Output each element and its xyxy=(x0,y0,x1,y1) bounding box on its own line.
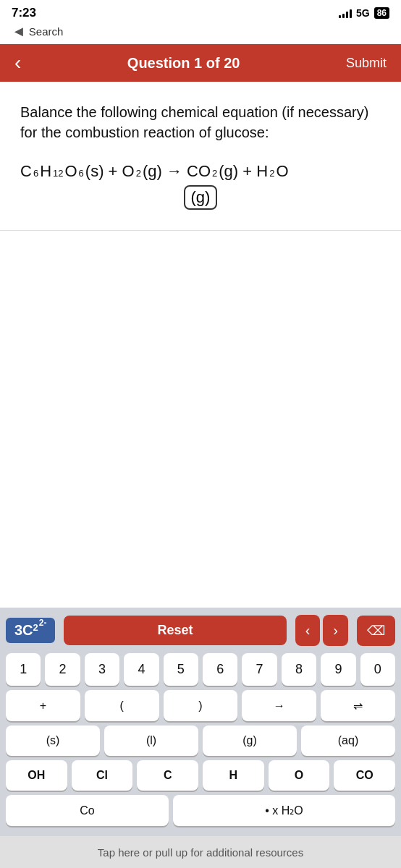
bottom-hint-bar[interactable]: Tap here or pull up for additional resou… xyxy=(0,836,401,868)
equation-container: C6H12O6(s) + O2(g) → CO2(g) + H2O (g) xyxy=(20,158,381,210)
key-cl[interactable]: Cl xyxy=(72,760,133,791)
key-7[interactable]: 7 xyxy=(242,653,277,686)
search-row: ◄ Search xyxy=(0,23,401,44)
key-3[interactable]: 3 xyxy=(85,653,119,686)
search-label: Search xyxy=(29,25,64,38)
small-back-arrow: ◄ xyxy=(12,23,26,40)
key-5[interactable]: 5 xyxy=(164,653,198,686)
nav-buttons: ‹ › xyxy=(295,615,348,646)
keyboard-area: 3C22- Reset ‹ › ⌫ 1 2 3 4 5 6 7 8 9 0 + … xyxy=(0,608,401,836)
number-row: 1 2 3 4 5 6 7 8 9 0 xyxy=(6,653,395,686)
battery-badge: 86 xyxy=(374,7,389,19)
state-row: (s) (l) (g) (aq) xyxy=(6,726,395,756)
key-co[interactable]: CO xyxy=(334,760,395,791)
bottom-hint-text: Tap here or pull up for additional resou… xyxy=(98,846,303,859)
question-area: Balance the following chemical equation … xyxy=(0,82,401,230)
bordered-g: (g) xyxy=(184,185,218,210)
element-row: OH Cl C H O CO xyxy=(6,760,395,791)
key-1[interactable]: 1 xyxy=(6,653,41,686)
status-time: 7:23 xyxy=(12,6,36,20)
key-open-paren[interactable]: ( xyxy=(85,690,159,721)
operator-row: + ( ) → ⇌ xyxy=(6,690,395,721)
key-close-paren[interactable]: ) xyxy=(164,690,238,721)
key-2[interactable]: 2 xyxy=(45,653,80,686)
status-right: 5G 86 xyxy=(339,7,389,19)
delete-button[interactable]: ⌫ xyxy=(357,616,395,646)
submit-button[interactable]: Submit xyxy=(346,56,387,71)
spacer xyxy=(0,231,401,607)
network-label: 5G xyxy=(356,7,370,19)
key-aqueous[interactable]: (aq) xyxy=(301,726,395,756)
equation-line-2: (g) xyxy=(20,185,381,210)
key-9[interactable]: 9 xyxy=(321,653,355,686)
key-oh[interactable]: OH xyxy=(6,760,67,791)
input-token: 3C22- xyxy=(6,618,55,643)
question-text: Balance the following chemical equation … xyxy=(20,102,381,142)
input-display-row: 3C22- Reset ‹ › ⌫ xyxy=(6,615,395,646)
nav-right-button[interactable]: › xyxy=(323,615,348,646)
key-0[interactable]: 0 xyxy=(360,653,395,686)
key-solid[interactable]: (s) xyxy=(6,726,100,756)
key-h[interactable]: H xyxy=(203,760,264,791)
key-6[interactable]: 6 xyxy=(203,653,237,686)
equation-line-1: C6H12O6(s) + O2(g) → CO2(g) + H2O xyxy=(20,158,381,184)
key-o[interactable]: O xyxy=(269,760,330,791)
nav-left-button[interactable]: ‹ xyxy=(295,615,321,646)
key-gas[interactable]: (g) xyxy=(203,726,297,756)
header: ‹ Question 1 of 20 Submit xyxy=(0,44,401,82)
key-cobalt[interactable]: Co xyxy=(6,795,169,826)
header-title: Question 1 of 20 xyxy=(127,55,240,72)
header-back-button[interactable]: ‹ xyxy=(14,53,21,73)
key-4[interactable]: 4 xyxy=(124,653,159,686)
signal-icon xyxy=(339,8,352,18)
status-bar: 7:23 5G 86 xyxy=(0,0,401,23)
key-plus[interactable]: + xyxy=(6,690,80,721)
key-liquid[interactable]: (l) xyxy=(104,726,198,756)
key-water[interactable]: • x H₂O xyxy=(173,795,395,826)
special-row: Co • x H₂O xyxy=(6,795,395,826)
key-c[interactable]: C xyxy=(137,760,198,791)
reset-button[interactable]: Reset xyxy=(64,616,286,645)
key-arrow[interactable]: → xyxy=(242,690,316,721)
key-8[interactable]: 8 xyxy=(282,653,316,686)
key-equals[interactable]: ⇌ xyxy=(321,690,395,721)
